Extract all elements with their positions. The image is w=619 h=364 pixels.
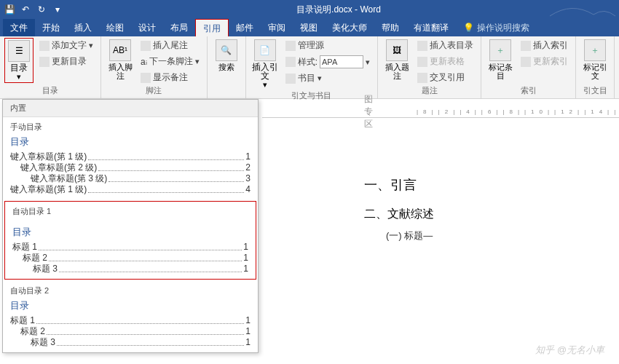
menu-帮助[interactable]: 帮助: [374, 19, 406, 36]
dd-manual[interactable]: 手动目录 目录 键入章标题(第 1 级)1键入章标题(第 2 级)2键入章标题(…: [3, 117, 258, 199]
menu-开始[interactable]: 开始: [35, 19, 67, 36]
redo-icon[interactable]: ↻: [36, 4, 47, 15]
group-caption: 🖼 插入题注 插入表目录 更新表格 交叉引用 题注: [378, 36, 481, 99]
group-citation2: ＋ 标记引文 引文目: [576, 36, 615, 99]
dd-builtin-header: 内置: [3, 100, 258, 117]
insert-footnote-button[interactable]: AB¹ 插入脚注: [106, 38, 135, 82]
endnote-icon: [141, 41, 151, 51]
update-table-button[interactable]: 更新表格: [414, 54, 476, 69]
menu-设计[interactable]: 设计: [131, 19, 163, 36]
ribbon: ☰ 目录▾ 添加文字 ▾ 更新目录 目录 AB¹ 插入脚注 插入尾注 aᵢ下一条…: [0, 36, 619, 99]
update-index-button[interactable]: 更新索引: [518, 54, 571, 69]
show-notes-button[interactable]: 显示备注: [138, 70, 202, 85]
window-title: 目录说明.docx - Word: [63, 4, 615, 16]
menu-美化大师[interactable]: 美化大师: [325, 19, 374, 36]
add-text-icon: [39, 41, 50, 51]
qat-more-icon[interactable]: ▾: [52, 4, 63, 15]
next-fn-icon: aᵢ: [141, 57, 147, 67]
group-toc: ☰ 目录▾ 添加文字 ▾ 更新目录 目录: [0, 36, 101, 99]
save-icon[interactable]: 💾: [4, 4, 15, 15]
citation-icon: 📄: [254, 39, 276, 61]
menu-邮件[interactable]: 邮件: [229, 19, 261, 36]
cross-ref-button[interactable]: 交叉引用: [414, 70, 476, 85]
bib-icon: [285, 74, 296, 84]
insert-endnote-button[interactable]: 插入尾注: [138, 38, 202, 53]
bibliography-button[interactable]: 书目 ▾: [283, 71, 373, 86]
update-icon: [39, 57, 50, 67]
title-bar: 💾 ↶ ↻ ▾ 目录说明.docx - Word: [0, 0, 619, 19]
toc-line: 键入章标题(第 1 级)4: [10, 184, 251, 195]
footnote-icon: AB¹: [109, 39, 131, 61]
updidx-icon: [521, 57, 531, 67]
heading-1: 一、引言: [364, 176, 590, 194]
dd-auto2[interactable]: 自动目录 2 目录 标题 11标题 21标题 31: [3, 281, 258, 352]
style-select[interactable]: 样式: APA ▾: [283, 54, 373, 70]
next-footnote-button[interactable]: aᵢ下一条脚注 ▾: [138, 54, 202, 69]
watermark: 知乎 @无名小車: [535, 344, 604, 357]
manage-sources-button[interactable]: 管理源: [283, 38, 373, 53]
tof-icon: [417, 41, 427, 51]
group-citation: 📄 插入引文▾ 管理源 样式: APA ▾ 书目 ▾ 引文与书目: [246, 36, 378, 99]
page[interactable]: 一、引言 二、文献综述 (一) 标题—: [262, 118, 619, 242]
group-index: ＋ 标记条目 插入索引 更新索引 索引: [481, 36, 576, 99]
tell-me[interactable]: 💡 操作说明搜索: [463, 22, 529, 34]
update-toc-button[interactable]: 更新目录: [36, 54, 96, 69]
add-text-button[interactable]: 添加文字 ▾: [36, 38, 96, 53]
menu-审阅[interactable]: 审阅: [261, 19, 293, 36]
heading-2: 二、文献综述: [364, 207, 590, 222]
search-icon: 🔍: [216, 39, 237, 61]
manage-icon: [285, 41, 296, 51]
insert-index-button[interactable]: 插入索引: [518, 38, 571, 53]
toc-button[interactable]: ☰ 目录▾: [4, 38, 33, 83]
toc-line: 标题 31: [10, 337, 251, 348]
menu-视图[interactable]: 视图: [293, 19, 325, 36]
menu-有道翻译[interactable]: 有道翻译: [406, 19, 456, 36]
document-area: 图专区|8||2||4||6||8||10||12||14||16||18||2…: [262, 106, 619, 364]
toc-icon: ☰: [8, 40, 30, 62]
mark-citation-button[interactable]: ＋ 标记引文: [580, 38, 610, 82]
search-button[interactable]: 🔍 搜索: [212, 38, 241, 73]
heading-3: (一) 标题—: [386, 229, 590, 242]
insert-citation-button[interactable]: 📄 插入引文▾: [251, 38, 280, 90]
markcit-icon: ＋: [584, 39, 606, 61]
menu-绘图[interactable]: 绘图: [99, 19, 131, 36]
group-search: 🔍 搜索: [208, 36, 246, 99]
xref-icon: [417, 73, 427, 83]
menu-布局[interactable]: 布局: [163, 19, 195, 36]
shownotes-icon: [141, 73, 151, 83]
updtbl-icon: [417, 57, 427, 67]
toc-line: 标题 31: [12, 264, 248, 274]
caption-icon: 🖼: [386, 39, 408, 61]
toc-dropdown: 内置 手动目录 目录 键入章标题(第 1 级)1键入章标题(第 2 级)2键入章…: [2, 99, 259, 353]
markentry-icon: ＋: [489, 39, 511, 61]
insert-tof-button[interactable]: 插入表目录: [414, 38, 476, 53]
menu-file[interactable]: 文件: [3, 19, 35, 36]
menu-插入[interactable]: 插入: [67, 19, 99, 36]
insert-caption-button[interactable]: 🖼 插入题注: [382, 38, 411, 82]
dd-auto1[interactable]: 自动目录 1 目录 标题 11标题 21标题 31: [4, 201, 256, 280]
insidx-icon: [521, 41, 531, 51]
style-icon: [285, 57, 296, 67]
group-footnote: AB¹ 插入脚注 插入尾注 aᵢ下一条脚注 ▾ 显示备注 脚注: [101, 36, 208, 99]
menu-引用[interactable]: 引用: [195, 19, 229, 36]
undo-icon[interactable]: ↶: [20, 4, 31, 15]
bulb-icon: 💡: [463, 23, 474, 33]
ruler: 图专区|8||2||4||6||8||10||12||14||16||18||2…: [262, 106, 619, 118]
mark-entry-button[interactable]: ＋ 标记条目: [486, 38, 515, 82]
menu-bar: 文件 开始插入绘图设计布局引用邮件审阅视图美化大师帮助有道翻译 💡 操作说明搜索: [0, 19, 619, 36]
decor-lines: [550, 1, 615, 17]
